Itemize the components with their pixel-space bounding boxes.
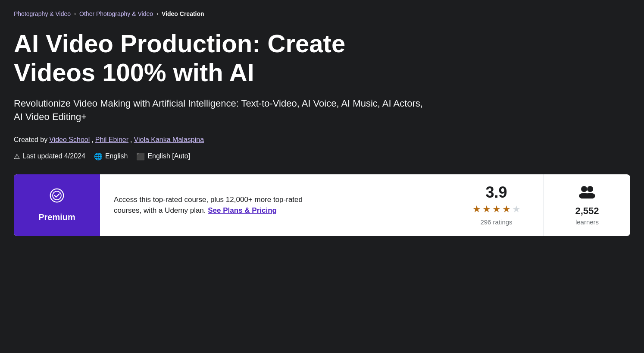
last-updated-text: Last updated 4/2024 — [22, 152, 85, 160]
see-plans-pricing-link[interactable]: See Plans & Pricing — [208, 206, 277, 214]
breadcrumb-photography-video[interactable]: Photography & Video — [14, 10, 71, 17]
rating-section: 3.9 ★ ★ ★ ★ ★ 296 ratings — [449, 174, 544, 236]
star-5: ★ — [512, 204, 521, 215]
created-by-label: Created by — [14, 136, 47, 144]
rating-count[interactable]: 296 ratings — [480, 218, 512, 226]
premium-badge-icon — [49, 188, 65, 207]
comma-1: , — [91, 136, 93, 144]
created-by: Created by Video School, Phil Ebiner, Vi… — [14, 136, 630, 144]
meta-row: ⚠ Last updated 4/2024 🌐 English ⬛ Englis… — [14, 152, 630, 161]
captions-text: English [Auto] — [147, 152, 190, 160]
globe-icon: 🌐 — [94, 152, 103, 161]
breadcrumb: Photography & Video › Other Photography … — [14, 10, 630, 17]
page-wrapper: Photography & Video › Other Photography … — [0, 0, 644, 236]
star-2: ★ — [482, 204, 491, 215]
course-subtitle: Revolutionize Video Making with Artifici… — [14, 97, 423, 124]
premium-card: Premium Access this top-rated course, pl… — [14, 174, 630, 236]
language-text: English — [105, 152, 128, 160]
rating-number: 3.9 — [485, 185, 507, 200]
creator-viola-kanka-malaspina[interactable]: Viola Kanka Malaspina — [134, 136, 204, 144]
learners-icon — [578, 185, 597, 202]
last-updated-item: ⚠ Last updated 4/2024 — [14, 152, 85, 161]
learners-section: 2,552 learners — [544, 174, 630, 236]
captions-item: ⬛ English [Auto] — [136, 152, 190, 161]
breadcrumb-separator-1: › — [74, 11, 76, 17]
creator-video-school[interactable]: Video School — [49, 136, 90, 144]
learners-label: learners — [575, 218, 599, 226]
premium-badge: Premium — [14, 174, 100, 236]
star-3: ★ — [492, 204, 501, 215]
course-title: AI Video Production: Create Videos 100% … — [14, 29, 423, 87]
captions-icon: ⬛ — [136, 152, 145, 161]
creator-phil-ebiner[interactable]: Phil Ebiner — [95, 136, 128, 144]
breadcrumb-current: Video Creation — [162, 10, 204, 17]
svg-point-2 — [581, 186, 587, 192]
star-4: ★ — [502, 204, 511, 215]
svg-point-1 — [53, 192, 61, 200]
language-item: 🌐 English — [94, 152, 128, 161]
alert-icon: ⚠ — [14, 152, 20, 161]
learners-count: 2,552 — [575, 205, 599, 217]
svg-point-3 — [587, 186, 593, 192]
star-1: ★ — [472, 204, 481, 215]
stars: ★ ★ ★ ★ ★ — [472, 204, 521, 215]
comma-2: , — [130, 136, 132, 144]
premium-content: Access this top-rated course, plus 12,00… — [100, 174, 449, 236]
premium-content-text: Access this top-rated course, plus 12,00… — [114, 194, 312, 216]
breadcrumb-other-photography-video[interactable]: Other Photography & Video — [79, 10, 153, 17]
breadcrumb-separator-2: › — [156, 11, 158, 17]
premium-badge-label: Premium — [38, 212, 75, 222]
